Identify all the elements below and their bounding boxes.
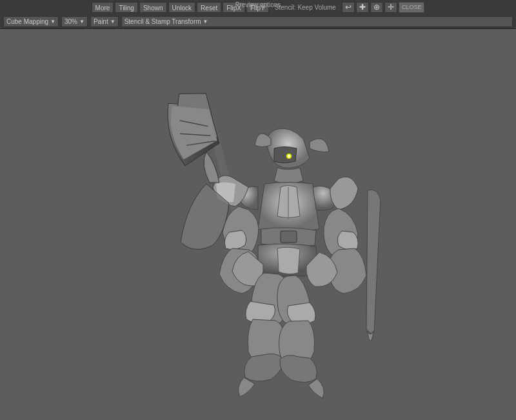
separator2 [339, 3, 339, 12]
percent-dropdown[interactable]: 30% ▼ [61, 16, 88, 27]
toolbar-row1: Preview options More Tiling Shown Unlock… [0, 0, 516, 14]
paint-dropdown[interactable]: Paint ▼ [90, 16, 119, 27]
stencil-stamp-dropdown[interactable]: Stencil & Stamp Transform ▼ [121, 16, 513, 27]
undo-icon-btn[interactable]: ↩ [342, 2, 355, 13]
armor-figure [116, 61, 471, 416]
shown-button[interactable]: Shown [139, 2, 167, 13]
more-button[interactable]: More [92, 2, 114, 13]
preview-label: Preview options [235, 1, 281, 8]
add-icon-btn[interactable]: ✚ [356, 2, 369, 13]
cube-mapping-dropdown[interactable]: Cube Mapping ▼ [3, 16, 59, 27]
close-button[interactable]: CLOSE [399, 2, 425, 13]
chevron-down-icon: ▼ [79, 19, 84, 25]
tiling-button[interactable]: Tiling [115, 2, 138, 13]
chevron-down-icon: ▼ [203, 19, 208, 25]
armor-svg [116, 61, 471, 416]
stencil-label: Stencil: Keep Volume [275, 4, 336, 11]
svg-rect-7 [281, 231, 297, 243]
chevron-down-icon: ▼ [110, 19, 115, 25]
svg-point-5 [288, 155, 290, 157]
toolbar-row2: Cube Mapping ▼ 30% ▼ Paint ▼ Stencil & S… [0, 14, 516, 28]
chevron-down-icon: ▼ [50, 19, 55, 25]
3d-viewport[interactable] [0, 29, 516, 420]
toolbar: Preview options More Tiling Shown Unlock… [0, 0, 516, 29]
reset-button[interactable]: Reset [197, 2, 221, 13]
move-icon-btn[interactable]: ✛ [384, 2, 397, 13]
unlock-button[interactable]: Unlock [168, 2, 196, 13]
search-icon-btn[interactable]: ⊕ [370, 2, 383, 13]
